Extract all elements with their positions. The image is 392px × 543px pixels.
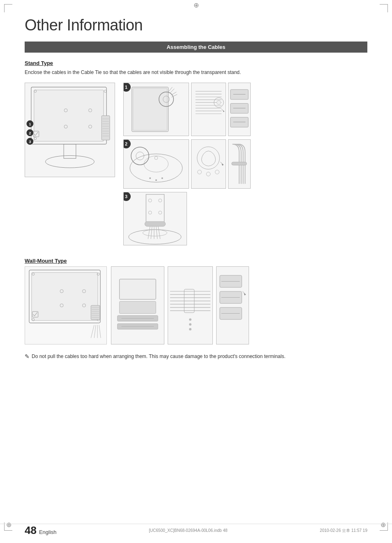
step-1-small (228, 83, 251, 136)
step-1-images: 1 (123, 83, 367, 136)
svg-line-82 (158, 226, 160, 239)
footer-date-info: 2010-02-26 오후 11:57 19 (320, 528, 367, 534)
page-footer: 48 English [UC6500_XC]BN68-02694A-00L06.… (0, 524, 392, 537)
step-2-main: 2 (123, 139, 189, 189)
wall-mount-section: Wall-Mount Type (25, 258, 367, 361)
svg-rect-69 (232, 162, 247, 165)
svg-point-72 (159, 199, 162, 202)
svg-line-81 (156, 226, 157, 239)
svg-point-60 (149, 177, 151, 179)
svg-point-76 (143, 230, 167, 236)
svg-rect-105 (120, 279, 156, 299)
svg-point-75 (129, 230, 181, 244)
svg-text:1: 1 (29, 122, 31, 126)
wall-steps (111, 266, 249, 344)
svg-rect-1 (34, 90, 104, 141)
step-3-wrapper: 3 (119, 192, 367, 245)
svg-point-120 (189, 323, 191, 326)
svg-line-34 (171, 92, 176, 95)
svg-line-78 (148, 226, 150, 239)
svg-point-57 (131, 147, 149, 165)
stand-main-diagram: 1 2 3 (25, 83, 115, 177)
page-title: Other Information (25, 16, 367, 34)
stand-main-svg: 1 2 3 (25, 83, 115, 177)
svg-point-59 (154, 156, 158, 159)
svg-point-3 (104, 90, 106, 92)
stand-type-label: Stand Type (25, 60, 367, 66)
page-number: 48 (25, 524, 37, 537)
crosshair-top (194, 1, 199, 9)
wall-step-2 (168, 266, 213, 344)
wall-mount-label: Wall-Mount Type (25, 258, 367, 264)
svg-text:2: 2 (29, 131, 31, 135)
svg-point-71 (148, 199, 152, 202)
page-number-area: 48 English (25, 524, 57, 537)
footer-file-info: [UC6500_XC]BN68-02694A-00L06.indb 48 (149, 528, 227, 533)
svg-rect-29 (133, 88, 167, 130)
step-1-side (191, 83, 226, 136)
svg-line-79 (151, 226, 152, 239)
svg-rect-84 (32, 273, 98, 321)
svg-rect-12 (101, 116, 110, 140)
svg-point-61 (155, 179, 157, 181)
section-header: Assembling the Cables (25, 42, 367, 53)
svg-point-66 (215, 170, 219, 174)
note-icon: ✎ (25, 352, 30, 361)
svg-point-46 (217, 101, 221, 105)
svg-point-119 (189, 318, 191, 321)
steps-container: 1 (119, 83, 367, 245)
svg-point-73 (148, 211, 152, 214)
step-1-wrapper: 1 (119, 83, 367, 136)
step-2-images: 2 (123, 139, 367, 189)
step-2-small (228, 139, 251, 189)
svg-rect-10 (64, 144, 76, 159)
svg-point-65 (206, 172, 210, 176)
svg-point-64 (198, 170, 202, 174)
wall-main-diagram (25, 266, 107, 344)
svg-line-104 (99, 325, 101, 338)
page-language: English (39, 529, 57, 535)
svg-point-121 (189, 328, 191, 330)
wall-step-1 (111, 266, 164, 344)
note-area: ✎ Do not pull the cables too hard when a… (25, 353, 367, 361)
step-3-images: 3 (123, 192, 367, 245)
svg-rect-77 (145, 222, 165, 226)
stand-type-description: Enclose the cables in the Cable Tie so t… (25, 69, 367, 76)
wall-step-3 (216, 266, 249, 344)
svg-point-62 (161, 177, 163, 179)
svg-line-47 (221, 109, 224, 111)
svg-rect-106 (120, 301, 156, 314)
svg-point-55 (130, 154, 182, 182)
svg-rect-94 (91, 305, 100, 320)
svg-point-74 (159, 211, 162, 214)
step-2-wrapper: 2 (119, 139, 367, 189)
step-2-side (191, 139, 226, 189)
step-3-main: 3 (123, 192, 187, 245)
svg-rect-70 (146, 194, 164, 225)
svg-point-56 (144, 156, 168, 172)
corner-mark-tr (380, 4, 388, 12)
svg-point-11 (46, 155, 95, 168)
svg-rect-50 (231, 104, 248, 113)
wall-mount-diagrams (25, 266, 367, 344)
svg-line-102 (94, 325, 96, 338)
svg-line-101 (91, 325, 94, 338)
svg-text:3: 3 (29, 140, 31, 144)
note-text: Do not pull the cables too hard when arr… (32, 353, 286, 360)
corner-mark-tl (4, 4, 12, 12)
step-1-main: 1 (123, 83, 189, 136)
stand-type-diagrams: 1 2 3 1 (25, 83, 367, 245)
page-container: Other Information Assembling the Cables … (0, 0, 392, 543)
